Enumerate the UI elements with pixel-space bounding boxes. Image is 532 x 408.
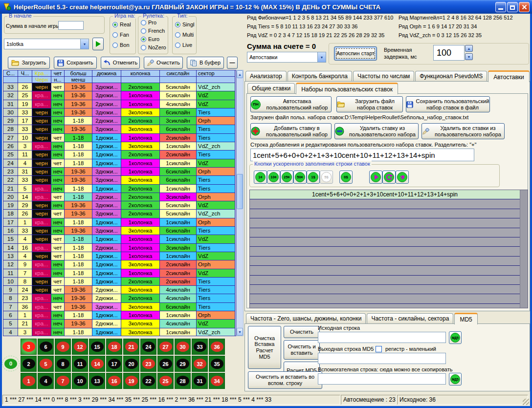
tab-freq-zero-chances[interactable]: Частота - Zero, шансы, дюжины, колонки: [246, 313, 366, 323]
tab-autobets[interactable]: Автоставки: [488, 70, 530, 82]
chip-spin-button[interactable]: [396, 171, 409, 184]
roulette-number-32[interactable]: 32: [192, 356, 208, 372]
scroll-up-icon[interactable]: ▲: [237, 70, 243, 78]
tab-bankroll-control[interactable]: Контроль банкролла: [288, 71, 352, 81]
delay-spinner[interactable]: 100: [433, 45, 465, 61]
roulette-number-17[interactable]: 17: [106, 356, 122, 372]
roulette-number-23[interactable]: 23: [140, 356, 156, 372]
roulette-number-28[interactable]: 28: [175, 373, 191, 389]
radio-live[interactable]: Live: [175, 42, 192, 48]
chip-10cent-button[interactable]: 10¢: [267, 171, 280, 184]
chevron-down-icon[interactable]: ▼: [317, 52, 326, 62]
roulette-number-27[interactable]: 27: [157, 339, 174, 355]
radio-pro[interactable]: Pro: [141, 20, 156, 25]
roulette-number-31[interactable]: 31: [192, 373, 208, 389]
title-bar[interactable]: HelperRoullet 5.3- create helperroullet@…: [0, 0, 532, 14]
bet-list-row-selected[interactable]: 1cent+5+6+0+0+2+1+3+10cent+10+11+12+13+1…: [250, 190, 520, 199]
radio-fan[interactable]: Fan: [112, 32, 129, 38]
chip-1dollar-button[interactable]: 1$: [307, 171, 320, 184]
md5-aux-input[interactable]: [318, 373, 446, 385]
md5-clear-paste-aux-button[interactable]: Очистить и вставить во вспом. строку: [248, 371, 322, 389]
roulette-number-1[interactable]: 1: [21, 373, 37, 389]
roulette-number-13[interactable]: 13: [89, 373, 105, 389]
save-button[interactable]: Сохранить: [54, 57, 97, 69]
tab-number-frequencies[interactable]: Частоты по числам: [353, 71, 414, 81]
load-button[interactable]: Загрузить: [8, 57, 50, 69]
chip-play-button[interactable]: [369, 171, 382, 184]
roulette-number-20[interactable]: 20: [123, 356, 139, 372]
roulette-number-10[interactable]: 10: [72, 373, 88, 389]
scrollbar-thumb[interactable]: [237, 174, 243, 209]
roulette-number-21[interactable]: 21: [123, 339, 139, 355]
start-sum-input[interactable]: [58, 21, 84, 30]
radio-multi[interactable]: Multi: [175, 32, 194, 38]
roulette-number-24[interactable]: 24: [140, 339, 156, 355]
radio-bon[interactable]: Bon: [112, 42, 130, 48]
clear-button[interactable]: Очистить: [144, 57, 183, 69]
roulette-number-9[interactable]: 9: [55, 339, 71, 355]
bet-list-row[interactable]: [250, 218, 520, 228]
chip-50cent-button[interactable]: 50¢: [293, 171, 307, 184]
play-preset-button[interactable]: [92, 38, 104, 50]
roulette-number-35[interactable]: 35: [209, 356, 225, 372]
roulette-number-16[interactable]: 16: [106, 373, 122, 389]
roulette-number-18[interactable]: 18: [106, 339, 122, 355]
bet-list-row[interactable]: [250, 228, 520, 237]
bet-list-row[interactable]: [250, 209, 520, 218]
undo-button[interactable]: Отменить: [101, 57, 140, 69]
bet-string-input[interactable]: [250, 149, 474, 161]
chevron-down-icon[interactable]: ▼: [80, 39, 89, 49]
roulette-number-22[interactable]: 22: [140, 373, 156, 389]
radio-singl[interactable]: Singl: [175, 21, 194, 27]
maximize-button[interactable]: [507, 2, 518, 12]
subtab-common-bets[interactable]: Общие ставки: [247, 83, 295, 93]
spinner-up-icon[interactable]: ▲: [465, 45, 473, 52]
collapse-panel-button[interactable]: —: [227, 57, 238, 69]
bet-list-row[interactable]: [250, 237, 520, 247]
md5-run-source-button[interactable]: МД5: [449, 331, 462, 344]
save-bet-set-file-button[interactable]: Сохранить пользовательский набор ставок …: [406, 96, 490, 112]
tab-analyzer[interactable]: Анализатор: [245, 71, 287, 81]
chip-refresh-button[interactable]: [382, 171, 396, 184]
md5-run-aux-button[interactable]: МД5: [449, 373, 462, 386]
roulette-number-3[interactable]: 3: [21, 339, 37, 355]
bet-list-row[interactable]: [250, 276, 520, 285]
md5-clear-paste-button[interactable]: Очистить и вставить: [284, 340, 320, 360]
bet-list-row[interactable]: [250, 257, 520, 266]
roulette-number-29[interactable]: 29: [175, 356, 191, 372]
bet-list-scrollbar[interactable]: [520, 190, 528, 308]
bet-list-row[interactable]: [250, 285, 520, 294]
roulette-number-8[interactable]: 8: [55, 356, 71, 372]
load-bet-set-file-button[interactable]: Загрузить файл набора ставок: [336, 96, 403, 112]
roulette-number-11[interactable]: 11: [72, 356, 88, 372]
roulette-number-19[interactable]: 19: [123, 373, 139, 389]
roulette-number-33[interactable]: 33: [192, 339, 208, 355]
autospin-start-button[interactable]: Автоспин старт: [334, 46, 377, 61]
preset-combobox[interactable]: 1slotka ▼: [4, 39, 89, 49]
remove-bet-button[interactable]: Удалить ставку из пользовательского набо…: [334, 123, 419, 139]
bet-list-row[interactable]: [250, 294, 520, 303]
roulette-number-30[interactable]: 30: [175, 339, 191, 355]
roulette-number-4[interactable]: 4: [38, 373, 54, 389]
md5-clear-button[interactable]: Очистить: [284, 326, 320, 338]
chip-1cent-button[interactable]: 1¢: [254, 171, 267, 184]
remove-all-bets-button[interactable]: Удалить все ставки из пользовательского …: [421, 123, 505, 139]
scroll-down-icon[interactable]: ▼: [237, 328, 243, 336]
copy-to-buffer-button[interactable]: В буфер: [187, 57, 224, 69]
roulette-number-6[interactable]: 6: [38, 339, 54, 355]
roulette-number-14[interactable]: 14: [89, 356, 105, 372]
roulette-number-34[interactable]: 34: [209, 373, 225, 389]
radio-nozero[interactable]: NoZero: [141, 44, 166, 50]
roulette-number-26[interactable]: 26: [157, 356, 174, 372]
minimize-button[interactable]: [495, 2, 506, 12]
tab-psevdoms[interactable]: Функционал PsevdoMS: [415, 71, 487, 81]
roulette-number-15[interactable]: 15: [89, 339, 105, 355]
roulette-number-0[interactable]: 0: [2, 356, 20, 371]
roulette-number-7[interactable]: 7: [55, 373, 71, 389]
add-bet-button[interactable]: Добавить ставку в пользовательский набор: [250, 123, 332, 139]
autoset-user-set-button[interactable]: ПН Автоставка пользовательский набор: [250, 96, 332, 112]
md5-block-button[interactable]: Очистка Вставка Расчет MD5: [248, 326, 281, 369]
radio-real[interactable]: Real: [112, 21, 131, 27]
chip-25cent-button[interactable]: 25¢: [280, 171, 293, 184]
history-scrollbar[interactable]: ▲ ▼: [236, 70, 244, 336]
